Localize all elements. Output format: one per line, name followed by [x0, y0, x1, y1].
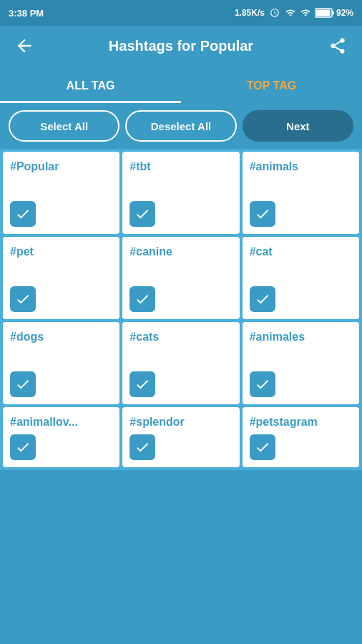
deselect-all-button[interactable]: Deselect All [125, 110, 236, 142]
tag-label: #dogs [10, 331, 112, 343]
back-button[interactable] [11, 33, 37, 59]
share-button[interactable] [325, 33, 351, 59]
tag-card[interactable]: #pet [3, 237, 119, 319]
tag-card[interactable]: #canine [122, 237, 239, 319]
tag-card[interactable]: #animales [243, 322, 359, 404]
battery-indicator: 92% [315, 8, 353, 18]
select-all-button[interactable]: Select All [9, 110, 119, 142]
status-time: 3:38 PM [9, 8, 44, 19]
tag-checkbox[interactable] [250, 434, 275, 460]
svg-rect-2 [332, 11, 334, 15]
tag-card[interactable]: #Popular [3, 152, 119, 234]
tag-card[interactable]: #animals [243, 152, 359, 234]
tab-all-tag[interactable]: ALL TAG [0, 79, 181, 103]
tag-label: #tbt [129, 160, 232, 173]
tag-label: #cats [129, 331, 232, 343]
tag-checkbox[interactable] [10, 201, 36, 227]
tag-label: #animales [250, 331, 352, 343]
tag-checkbox[interactable] [10, 371, 36, 397]
tag-label: #canine [129, 245, 232, 258]
tag-label: #cat [250, 245, 352, 258]
tag-card[interactable]: #dogs [3, 322, 119, 404]
page-title: Hashtags for Popular [109, 38, 253, 54]
tag-checkbox[interactable] [10, 434, 36, 460]
tag-card[interactable]: #cats [122, 322, 239, 404]
svg-rect-1 [315, 10, 330, 16]
tag-checkbox[interactable] [129, 286, 155, 312]
alarm-icon [269, 8, 280, 18]
tag-card[interactable]: #splendor [122, 407, 239, 467]
tag-card[interactable]: #petstagram [243, 407, 359, 467]
tag-checkbox[interactable] [250, 201, 275, 227]
tag-checkbox[interactable] [129, 201, 155, 227]
tag-label: #animallov... [10, 416, 112, 429]
tag-card[interactable]: #animallov... [3, 407, 119, 467]
tag-card[interactable]: #cat [243, 237, 359, 319]
tag-checkbox[interactable] [250, 371, 275, 397]
tag-card[interactable]: #tbt [122, 152, 239, 234]
tag-label: #animals [250, 160, 352, 173]
tag-checkbox[interactable] [129, 371, 155, 397]
back-arrow-icon [14, 36, 34, 56]
share-icon [328, 36, 347, 55]
tag-label: #splendor [129, 416, 232, 429]
nav-bar: Hashtags for Popular [0, 26, 362, 66]
next-button[interactable]: Next [243, 110, 353, 142]
wifi-icon [285, 8, 296, 18]
tab-top-tag[interactable]: TOP TAG [181, 79, 362, 103]
tag-checkbox[interactable] [10, 286, 36, 312]
tab-bar: ALL TAG TOP TAG [0, 66, 362, 103]
status-icons: 1.85K/s 92% [235, 8, 353, 18]
tag-checkbox[interactable] [129, 434, 155, 460]
tag-label: #pet [10, 245, 112, 258]
status-bar: 3:38 PM 1.85K/s 92% [0, 0, 362, 26]
tag-label: #petstagram [250, 416, 352, 429]
tag-checkbox[interactable] [250, 286, 275, 312]
signal-icon [300, 8, 310, 18]
action-row: Select All Deselect All Next [0, 103, 362, 149]
tag-grid: #Popular#tbt#animals#pet#canine#cat#dogs… [0, 149, 362, 470]
tag-label: #Popular [10, 160, 112, 173]
battery-icon [315, 8, 335, 18]
